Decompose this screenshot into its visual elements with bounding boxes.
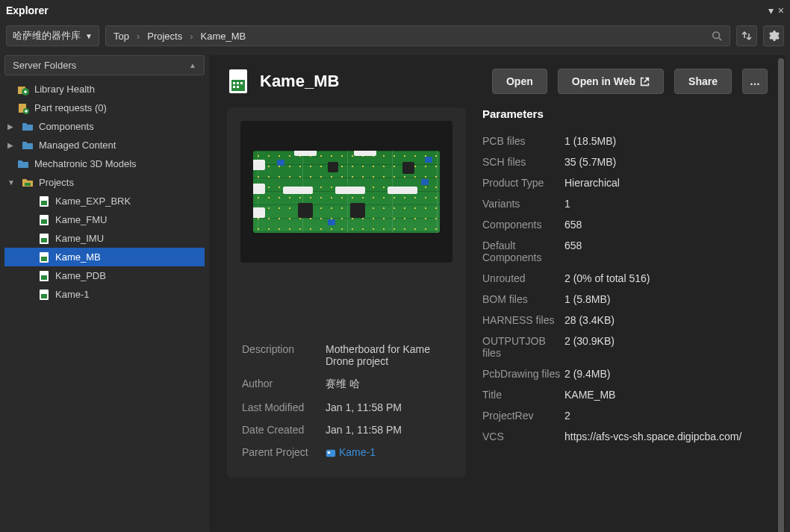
param-key: Product Type bbox=[482, 177, 564, 189]
close-icon[interactable]: × bbox=[778, 4, 784, 16]
tree-item[interactable]: Library Health bbox=[4, 80, 205, 98]
tree-item[interactable]: Kame_PDB bbox=[4, 266, 205, 285]
settings-button[interactable] bbox=[763, 25, 784, 46]
external-link-icon bbox=[640, 77, 650, 87]
svg-rect-20 bbox=[231, 80, 245, 91]
tree-item-label: Components bbox=[39, 121, 94, 132]
chevron-right-icon: › bbox=[137, 31, 140, 42]
tree-item[interactable]: ▼Projects bbox=[4, 173, 205, 192]
tree-item[interactable]: Mechatronic 3D Models bbox=[4, 154, 205, 173]
open-button[interactable]: Open bbox=[492, 69, 547, 94]
param-row: VCShttps://afs-vcs-sh.space.digipcba.com… bbox=[482, 426, 768, 447]
param-key: BOM files bbox=[482, 293, 564, 305]
tree-item[interactable]: Kame_IMU bbox=[4, 229, 205, 248]
proj-icon bbox=[37, 213, 51, 227]
folder-icon bbox=[16, 157, 30, 171]
param-key: SCH files bbox=[482, 156, 564, 168]
refresh-button[interactable] bbox=[736, 25, 757, 46]
param-key: ProjectRev bbox=[482, 410, 564, 422]
tree-item[interactable]: ▶Managed Content bbox=[4, 136, 205, 154]
meta-value: 赛维 哈 bbox=[326, 373, 451, 395]
parent-project-link[interactable]: Kame-1 bbox=[339, 446, 376, 458]
param-value: 2 (30.9KB) bbox=[564, 335, 768, 359]
param-row: PcbDrawing files2 (9.4MB) bbox=[482, 363, 768, 384]
scrollbar-thumb[interactable] bbox=[778, 58, 784, 532]
meta-label: Author bbox=[242, 373, 324, 395]
chevron-down-icon[interactable]: ▼ bbox=[7, 178, 16, 187]
param-key: Components bbox=[482, 219, 564, 231]
breadcrumb: Top › Projects › Kame_MB bbox=[105, 25, 730, 46]
svg-point-0 bbox=[713, 32, 720, 39]
parameters-panel: Parameters PCB files1 (18.5MB)SCH files3… bbox=[482, 107, 768, 478]
param-row: Default Components658 bbox=[482, 235, 768, 268]
tree-item-label: Kame_IMU bbox=[55, 233, 104, 244]
param-value: 1 (18.5MB) bbox=[564, 135, 768, 147]
param-row: Variants1 bbox=[482, 193, 768, 214]
folder-icon bbox=[21, 120, 34, 134]
more-button[interactable]: … bbox=[742, 69, 768, 94]
proj-icon bbox=[37, 269, 51, 283]
svg-rect-24 bbox=[233, 86, 235, 88]
tree-item-label: Kame_MB bbox=[55, 251, 101, 263]
proj-icon bbox=[37, 232, 51, 245]
sidebar: Server Folders ▲ Library HealthPart requ… bbox=[0, 51, 209, 532]
sidebar-header[interactable]: Server Folders ▲ bbox=[4, 55, 205, 75]
svg-rect-27 bbox=[328, 452, 331, 454]
detail-panel: Kame_MB Open Open in Web Share … bbox=[209, 55, 786, 532]
svg-line-1 bbox=[719, 38, 722, 41]
requests-icon bbox=[16, 101, 30, 115]
breadcrumb-item[interactable]: Kame_MB bbox=[201, 31, 246, 42]
search-icon[interactable] bbox=[712, 31, 722, 41]
svg-rect-21 bbox=[233, 82, 235, 84]
tree-item[interactable]: Part requests (0) bbox=[4, 98, 205, 117]
projects-icon bbox=[21, 176, 34, 190]
param-row: SCH files35 (5.7MB) bbox=[482, 151, 768, 172]
meta-label: Date Created bbox=[242, 419, 324, 440]
param-key: Title bbox=[482, 389, 564, 401]
tree-item[interactable]: Kame_MB bbox=[4, 248, 205, 266]
svg-rect-12 bbox=[41, 238, 47, 242]
svg-rect-6 bbox=[25, 183, 31, 186]
sidebar-header-label: Server Folders bbox=[13, 60, 76, 71]
param-value: 2 (0% of total 516) bbox=[564, 272, 768, 284]
project-title: Kame_MB bbox=[260, 72, 482, 91]
dropdown-arrow-icon[interactable]: ▾ bbox=[768, 4, 774, 16]
param-row: ProjectRev2 bbox=[482, 405, 768, 426]
param-row: BOM files1 (5.8MB) bbox=[482, 289, 768, 310]
svg-rect-14 bbox=[41, 257, 47, 261]
library-dropdown[interactable]: 哈萨维的器件库 ▼ bbox=[6, 25, 99, 46]
chevron-right-icon: › bbox=[190, 31, 193, 42]
param-key: HARNESS files bbox=[482, 314, 564, 326]
breadcrumb-item[interactable]: Top bbox=[113, 31, 129, 42]
chevron-down-icon: ▼ bbox=[85, 32, 93, 40]
param-row: TitleKAME_MB bbox=[482, 384, 768, 405]
meta-label: Parent Project bbox=[242, 442, 324, 463]
open-in-web-button[interactable]: Open in Web bbox=[558, 69, 664, 94]
folder-icon bbox=[21, 139, 34, 152]
meta-table: DescriptionMotherboard for Kame Drone pr… bbox=[240, 337, 452, 464]
share-button[interactable]: Share bbox=[674, 69, 732, 94]
param-value: 658 bbox=[564, 219, 768, 231]
preview-panel: DescriptionMotherboard for Kame Drone pr… bbox=[227, 107, 466, 478]
param-key: VCS bbox=[482, 431, 564, 442]
tree-item[interactable]: Kame_EXP_BRK bbox=[4, 192, 205, 210]
scrollbar[interactable] bbox=[778, 58, 784, 529]
param-key: OUTPUTJOB files bbox=[482, 335, 564, 359]
param-key: PcbDrawing files bbox=[482, 368, 564, 380]
param-value: 28 (3.4KB) bbox=[564, 314, 768, 326]
svg-rect-10 bbox=[41, 219, 47, 224]
tree-item-label: Kame-1 bbox=[55, 289, 90, 300]
chevron-right-icon[interactable]: ▶ bbox=[7, 122, 16, 131]
svg-rect-25 bbox=[237, 86, 239, 88]
param-value: 1 (5.8MB) bbox=[564, 293, 768, 305]
meta-value: Motherboard for Kame Drone project bbox=[326, 339, 451, 372]
parameters-title: Parameters bbox=[482, 107, 768, 120]
tree-item-label: Kame_PDB bbox=[55, 270, 106, 281]
chevron-right-icon[interactable]: ▶ bbox=[7, 141, 16, 149]
tree-item[interactable]: Kame_FMU bbox=[4, 210, 205, 229]
tree-item[interactable]: ▶Components bbox=[4, 117, 205, 136]
tree-item[interactable]: Kame-1 bbox=[4, 285, 205, 304]
tree-item-label: Part requests (0) bbox=[34, 102, 107, 113]
proj-icon bbox=[37, 195, 51, 208]
breadcrumb-item[interactable]: Projects bbox=[147, 31, 182, 42]
